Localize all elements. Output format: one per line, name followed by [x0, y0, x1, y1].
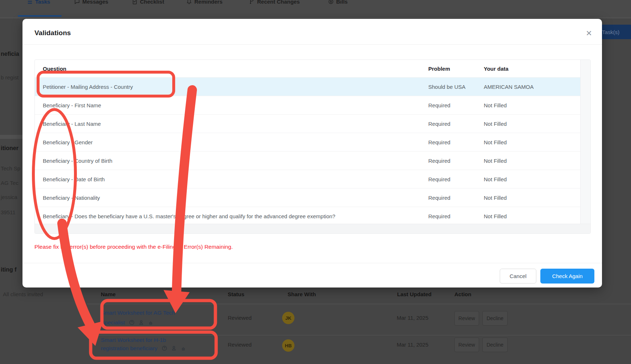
col-question: Question	[43, 66, 66, 72]
last-updated-value: Mar 11, 2025	[397, 315, 428, 321]
worksheet-link[interactable]: Specialist	[101, 319, 153, 326]
bg-fragment-39511: 39511	[1, 209, 16, 215]
assign-task-button[interactable]: Task(s)	[598, 25, 631, 39]
review-button[interactable]: Review	[454, 311, 479, 326]
history-branch-icon	[249, 0, 255, 4]
bg-fragment-registration: b regist	[1, 74, 18, 80]
tab-reminders[interactable]: Reminders	[186, 0, 223, 5]
worksheet-link-line2: Specialist	[101, 319, 125, 326]
table-header-divider	[87, 304, 631, 304]
problem-text: Required	[428, 121, 450, 127]
question-text: Beneficiary - Gender	[43, 139, 93, 145]
bg-fragment-petitioner: itioner	[1, 145, 18, 152]
active-tab-underline	[18, 15, 62, 17]
avatar: HB	[282, 339, 294, 352]
bg-fragment-beneficiary: neficia	[1, 51, 19, 57]
chat-icon	[74, 0, 80, 4]
bg-fragment-tech-sp: Tech Sp	[1, 165, 20, 171]
question-text: Beneficiary - Date of Birth	[43, 176, 105, 182]
question-text: Beneficiary - Nationality	[43, 195, 100, 201]
validation-row: Beneficiary - First Name Required Not Fi…	[35, 96, 581, 114]
tab-label: Bills	[336, 0, 348, 5]
tab-checklist[interactable]: Checklist	[132, 0, 164, 5]
decline-button[interactable]: Decline	[482, 311, 508, 326]
problem-text: Required	[428, 176, 450, 182]
worksheet-link-line2: registration beneficiary	[101, 345, 157, 351]
last-updated-value: Mar 11, 2025	[397, 342, 428, 348]
tab-tasks[interactable]: Tasks	[27, 0, 50, 5]
tab-messages[interactable]: Messages	[74, 0, 108, 5]
status-value: Reviewed	[228, 315, 252, 321]
problem-text: Required	[428, 158, 450, 164]
decline-button[interactable]: Decline	[482, 338, 508, 352]
avatar: JK	[282, 312, 294, 324]
worksheet-link[interactable]: registration beneficiary	[101, 345, 186, 352]
validation-row: Beneficiary - Gender Required Not Filled	[35, 133, 581, 151]
bell-icon[interactable]	[181, 346, 186, 351]
validation-row: Beneficiary - Nationality Required Not F…	[35, 188, 581, 207]
problem-text: Should be USA	[428, 84, 466, 90]
tab-recent-changes[interactable]: Recent Changes	[249, 0, 300, 5]
question-text: Beneficiary - Last Name	[43, 121, 101, 127]
col-header-action: Action	[454, 291, 471, 297]
your-data-text: Not Filled	[484, 176, 507, 182]
modal-footer: Cancel Check Again	[22, 263, 602, 288]
clipboard-icon	[132, 0, 137, 4]
col-header-last-updated: Last Updated	[397, 291, 432, 297]
col-header-name: Name	[101, 291, 116, 297]
bg-fragment-waiting-for: iting f	[1, 266, 17, 273]
problem-text: Required	[428, 213, 450, 219]
problem-text: Required	[428, 139, 450, 145]
top-nav: Tasks Messages Checklist Reminders Recen…	[0, 0, 631, 18]
validation-row: Petitioner - Mailing Address - Country S…	[35, 77, 581, 96]
question-text: Petitioner - Mailing Address - Country	[43, 84, 133, 90]
bell-icon[interactable]	[148, 320, 153, 325]
bg-fragment-jessica: jessica	[1, 194, 17, 200]
your-data-text: Not Filled	[484, 195, 507, 201]
your-data-text: Not Filled	[484, 213, 507, 219]
tab-label: Recent Changes	[257, 0, 300, 5]
modal-header: Validations ✕	[22, 19, 602, 45]
worksheet-link[interactable]: Smart Worksheet for H-1b	[101, 337, 166, 343]
question-text: Beneficiary - Does the beneficiary have …	[43, 213, 335, 219]
validations-rows: Question Problem Your data Petitioner - …	[35, 60, 581, 225]
table-row-divider	[87, 335, 631, 335]
status-value: Reviewed	[228, 342, 252, 348]
your-data-text: Not Filled	[484, 102, 507, 108]
col-problem: Problem	[428, 66, 450, 72]
validation-row: Beneficiary - Does the beneficiary have …	[35, 207, 581, 225]
your-data-text: AMERICAN SAMOA	[484, 84, 534, 90]
list-icon	[27, 0, 33, 4]
your-data-text: Not Filled	[484, 121, 507, 127]
your-data-text: Not Filled	[484, 139, 507, 145]
question-text: Beneficiary - Country of Birth	[43, 158, 112, 164]
question-circle-icon[interactable]	[162, 346, 167, 351]
person-icon[interactable]	[171, 346, 177, 351]
close-icon[interactable]: ✕	[584, 28, 594, 38]
vertical-scrollbar[interactable]	[580, 60, 590, 224]
tab-label: Checklist	[140, 0, 164, 5]
review-button[interactable]: Review	[454, 338, 479, 352]
tab-bills[interactable]: Bills	[328, 0, 348, 5]
worksheet-link[interactable]: Smart Worksheet for AG Tech	[101, 310, 175, 316]
annotation-arrow-2-head	[78, 321, 103, 346]
problem-text: Required	[428, 102, 450, 108]
validation-row: Beneficiary - Date of Birth Required Not…	[35, 170, 581, 188]
tab-label: Tasks	[35, 0, 50, 5]
validations-modal: Validations ✕ Question Problem Your data…	[22, 19, 602, 288]
error-message: Please fix the error(s) before proceedin…	[34, 244, 233, 250]
your-data-text: Not Filled	[484, 158, 507, 164]
cancel-button[interactable]: Cancel	[500, 269, 536, 284]
clients-invited-label: All clients invited	[3, 291, 43, 297]
question-circle-icon[interactable]	[129, 320, 135, 325]
person-icon[interactable]	[139, 320, 144, 325]
problem-text: Required	[428, 195, 450, 201]
col-header-share-with: Share With	[288, 291, 316, 297]
check-again-button[interactable]: Check Again	[540, 269, 594, 284]
bg-fragment-ag-tec: AG Tec	[1, 180, 18, 186]
validation-row: Beneficiary - Last Name Required Not Fil…	[35, 114, 581, 133]
tab-label: Reminders	[194, 0, 223, 5]
col-header-status: Status	[228, 291, 244, 297]
col-your-data: Your data	[484, 66, 508, 72]
horizontal-scrollbar[interactable]	[35, 224, 590, 233]
